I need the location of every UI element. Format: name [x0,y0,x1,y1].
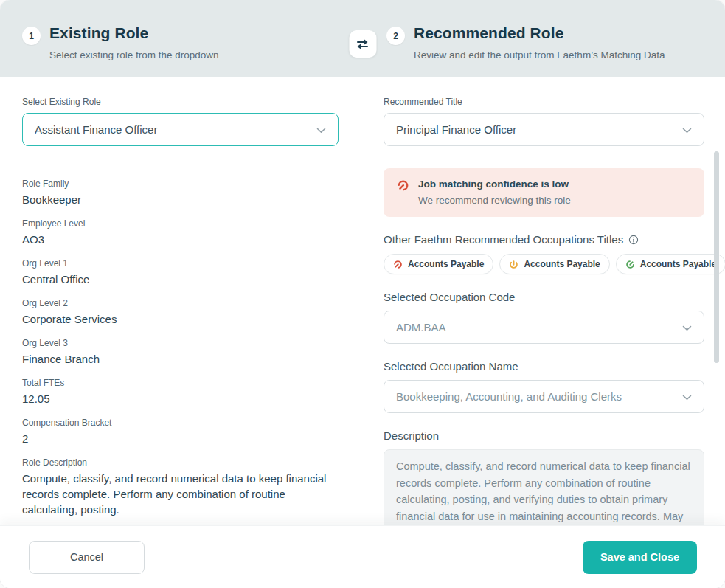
chevron-down-icon [682,390,692,404]
occupation-chip-medium[interactable]: Accounts Payable [499,254,609,274]
recommended-occupation-chips: Accounts Payable Accounts Payable [384,254,704,274]
description-heading: Description [384,429,704,442]
recommended-title-label: Recommended Title [384,97,704,107]
description-textarea[interactable]: Compute, classify, and record numerical … [384,449,704,525]
chip-label: Accounts Payable [524,259,600,269]
chevron-down-icon [682,321,692,334]
modal-header: 1 Existing Role Select existing role fro… [0,0,725,77]
occupation-name-select[interactable]: Bookkeeping, Accounting, and Auditing Cl… [384,380,704,413]
recommended-role-title: Recommended Role [414,24,665,42]
recommended-role-panel: Recommended Title Principal Finance Offi… [361,77,725,525]
warning-title: Job matching confidence is low [418,179,571,190]
warning-subtitle: We recommend reviewing this role [418,195,571,206]
occupation-chip-low[interactable]: Accounts Payable [384,254,493,274]
field-org-level-3: Org Level 3 Finance Branch [22,338,339,367]
low-confidence-warning-banner: Job matching confidence is low We recomm… [384,168,704,217]
chevron-down-icon [316,123,326,136]
role-matching-modal: 1 Existing Role Select existing role fro… [0,0,725,588]
field-org-level-1: Org Level 1 Central Office [22,258,339,287]
recommended-role-subtitle: Review and edit the output from Faethm’s… [414,49,665,60]
existing-role-subtitle: Select existing role from the dropdown [49,49,219,60]
chevron-down-icon [682,123,692,136]
recommended-title-select[interactable]: Principal Finance Officer [384,113,704,146]
gauge-high-icon [625,260,635,269]
vertical-scrollbar-thumb[interactable] [714,151,719,363]
existing-role-select-value: Assistant Finance Officer [35,123,309,136]
existing-role-title: Existing Role [49,24,219,42]
gauge-low-icon [393,260,403,269]
chip-label: Accounts Payable [408,259,484,269]
step-existing-role: 1 Existing Role Select existing role fro… [22,24,361,60]
other-titles-heading: Other Faethm Recommended Occupations Tit… [384,233,623,246]
field-role-description: Role Description Compute, classify, and … [22,457,339,517]
gauge-medium-icon [509,260,518,269]
swap-columns-button[interactable] [349,30,376,58]
select-existing-role-label: Select Existing Role [22,97,339,107]
info-icon[interactable] [628,235,639,245]
modal-body: Select Existing Role Assistant Finance O… [0,77,725,525]
step-2-badge: 2 [386,27,405,45]
occupation-code-value: ADM.BAA [396,321,675,333]
existing-role-select[interactable]: Assistant Finance Officer [22,113,339,146]
field-employee-level: Employee Level AO3 [22,218,339,247]
field-org-level-2: Org Level 2 Corporate Services [22,298,339,327]
step-1-badge: 1 [22,27,41,45]
field-compensation-bracket: Compensation Bracket 2 [22,418,339,446]
cancel-button[interactable]: Cancel [29,541,145,574]
modal-footer: Cancel Save and Close [0,525,725,588]
occupation-code-heading: Selected Occupation Code [384,291,704,303]
field-total-ftes: Total FTEs 12.05 [22,378,339,407]
occupation-chip-high[interactable]: Accounts Payable [616,254,725,274]
swap-icon [355,37,370,52]
field-role-family: Role Family Bookkeeper [22,179,339,207]
occupation-name-heading: Selected Occupation Name [384,360,704,373]
step-recommended-role: 2 Recommended Role Review and edit the o… [386,24,725,60]
occupation-code-select[interactable]: ADM.BAA [384,311,704,344]
chip-label: Accounts Payable [640,259,716,269]
save-and-close-button[interactable]: Save and Close [583,541,697,574]
existing-role-panel: Select Existing Role Assistant Finance O… [0,77,361,525]
occupation-name-value: Bookkeeping, Accounting, and Auditing Cl… [396,390,675,403]
recommended-title-select-value: Principal Finance Officer [396,123,675,136]
gauge-low-icon [397,179,409,206]
